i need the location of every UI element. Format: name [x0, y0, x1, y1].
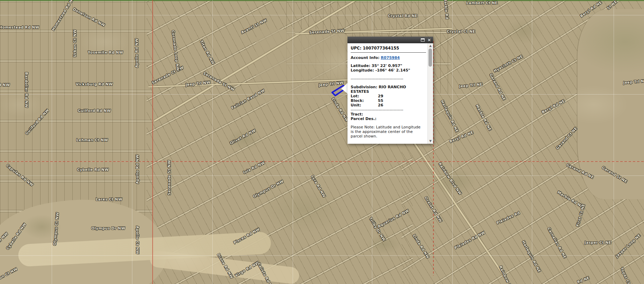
street-label: Felician Raod NW: [230, 88, 265, 110]
street-label: Jeep Trl NE: [459, 82, 483, 88]
tract-label: Tract:: [351, 112, 426, 117]
dashed-divider: --------------------------------------: [351, 76, 409, 81]
street-label: Cybelle Rd NW: [77, 167, 109, 172]
map-edge-green-line: [0, 0, 644, 1]
road-serenade-st: [154, 0, 364, 122]
detail-row: Unit:26: [351, 103, 426, 107]
street-label: Jasper Ct NE: [585, 240, 612, 245]
dashed-divider: --------------------------------------: [351, 107, 409, 112]
street-label: Titan Rd NW: [199, 39, 216, 65]
street-label: Beryl Rd NE: [541, 99, 565, 114]
street-label: Crystal Ct NE: [447, 29, 475, 33]
street-label: Apollo Rd NW: [134, 38, 139, 68]
street-label: Apollo Ct NW: [136, 226, 140, 254]
street-label: Guilford Rd NW: [78, 109, 111, 113]
street-label: Capulan Rd NW: [6, 163, 34, 187]
street-label: Yosemite Rd NW: [88, 50, 123, 54]
street-label: Cybelle Rd NW: [5, 222, 27, 250]
white-gridline: [532, 0, 532, 284]
street-label: Rd NE: [577, 276, 590, 284]
maximize-icon[interactable]: [421, 38, 425, 42]
section-line-red-horizontal: [0, 161, 644, 162]
street-label: d NW: [0, 83, 10, 87]
street-label: Harlequin Rd NE: [440, 99, 459, 133]
detail-row: Block:55: [351, 98, 426, 103]
popup-content: UPC: 1007077364155 Account Info: R075984…: [347, 43, 427, 144]
street-label: Garand Rd NE: [566, 163, 594, 179]
detail-value: 26: [378, 103, 383, 107]
street-label: Marble Rd: [443, 0, 449, 20]
account-info-line: Account Info: R075984: [351, 55, 426, 60]
subdivision-value: Subdivision: RIO RANCHO ESTATES: [351, 85, 412, 94]
white-gridline: [0, 94, 644, 95]
detail-value: 55: [378, 98, 383, 103]
street-label: Garand St NE: [601, 165, 628, 184]
detail-label: Block:: [351, 98, 378, 103]
street-label: Crystal Rd NE: [388, 14, 417, 18]
scroll-thumb[interactable]: [429, 48, 432, 67]
street-label: Homestead Rd NW: [0, 25, 39, 29]
street-label: Pisces Rd NW: [233, 227, 260, 245]
street-label: Linda Rd NW: [412, 233, 430, 259]
street-label: Donelson Rd NW: [72, 7, 106, 28]
white-gridline: [293, 0, 293, 284]
street-label: Avanti St NW: [240, 18, 268, 35]
white-gridline: [0, 175, 644, 176]
street-label: Aquarius Rd NW: [377, 208, 410, 229]
divider-rule: [351, 52, 426, 53]
street-label: Beryl Rd NE: [579, 0, 603, 18]
street-label: Jeep Trl NW: [185, 80, 211, 87]
street-label: Urban Ct NW: [73, 29, 77, 57]
close-icon[interactable]: ✕: [427, 38, 431, 42]
terrain-mottling: [0, 0, 644, 284]
street-label: Apollo Rd NW: [135, 155, 139, 184]
open-desert-area: [0, 188, 171, 284]
street-label: Dione Rd NW: [217, 253, 234, 279]
street-label: Olympus Dr NW: [91, 226, 125, 230]
map-viewport[interactable]: Homestead Rd NWHomestead Rd NWDonelson R…: [0, 0, 644, 284]
section-line-red-vertical: [152, 0, 153, 284]
street-label: Jasper Loop NE: [615, 233, 641, 258]
parcel-info-popup: ✕ UPC: 1007077364155 Account Info: R0759…: [347, 37, 433, 144]
street-label: St NE: [606, 0, 618, 10]
white-gridline: [614, 0, 614, 284]
street-label: Rainbow Blvd NW: [438, 162, 463, 196]
upc-value: UPC: 1007077364155: [351, 46, 426, 51]
street-label: Lares Ct NW: [96, 197, 122, 201]
street-label: Guilford Rd NW: [24, 108, 50, 136]
street-label: Dr NW: [0, 231, 9, 244]
street-label: Serenade St NW: [167, 160, 171, 195]
account-link[interactable]: R075984: [381, 55, 400, 60]
popup-note: Please Note: Latitude and Longitude is t…: [351, 125, 424, 139]
street-label: non Ct NW: [0, 267, 18, 281]
street-label: Garand Rd NE: [489, 73, 507, 101]
street-label: Topaz Ct NE: [620, 267, 634, 284]
street-label: Lehman Ct NW: [76, 138, 108, 142]
street-label: Linda Rd NW: [331, 97, 349, 122]
parcel-detail-rows: Lot:29Block:55Unit:26: [351, 94, 426, 107]
street-label: Marble Rd NE: [475, 104, 492, 131]
street-label: Serenade St NW: [309, 28, 344, 34]
selected-parcel-outline[interactable]: [332, 85, 346, 96]
street-label: Olivet Rd NW: [229, 128, 256, 145]
street-label: Carnelian Rd NE: [547, 226, 568, 259]
white-gridline: [0, 15, 644, 15]
street-label: Jeep Trl NE: [623, 79, 644, 85]
street-label: Beryl Rd NE: [449, 130, 474, 143]
detail-label: Unit:: [351, 103, 378, 107]
street-label: Lambert Ct NE: [466, 1, 497, 5]
account-info-label: Account Info:: [351, 55, 381, 60]
popup-scrollbar[interactable]: ▲ ▼: [427, 43, 433, 144]
street-label: Olympus Dr NW: [252, 179, 284, 199]
scroll-up-icon[interactable]: ▲: [428, 44, 433, 48]
scroll-down-icon[interactable]: ▼: [428, 139, 433, 143]
street-label: Jeep Trl NW: [319, 80, 344, 87]
street-label: Marble Rd NE: [557, 190, 584, 208]
popup-titlebar[interactable]: ✕: [347, 37, 433, 43]
street-label: Hyacinth Ct NE: [493, 54, 523, 73]
longitude-value: Longitude: -106° 46' 2.145": [351, 68, 426, 73]
parcel-highlight-layer: [0, 0, 644, 284]
street-label: Coronado Loop NW: [171, 30, 180, 71]
street-label: Garand Ct NE: [555, 126, 578, 150]
street-label: Rainbow Blvd: [498, 265, 515, 284]
